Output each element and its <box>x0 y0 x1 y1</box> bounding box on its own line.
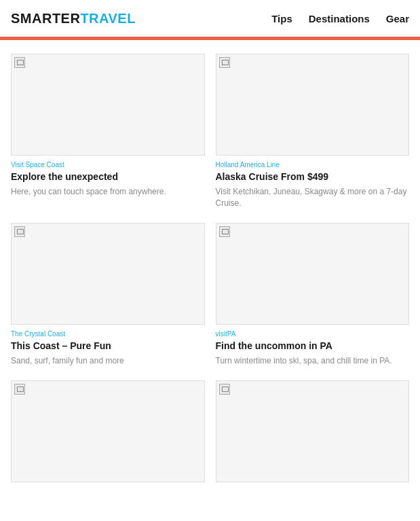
nav-tips[interactable]: Tips <box>271 13 292 24</box>
ad-card[interactable]: Visit Space CoastExplore the unexpectedH… <box>11 54 205 209</box>
ad-card[interactable]: visitPAFind the uncommon in PATurn winte… <box>216 223 410 367</box>
ad-card[interactable]: The Crystal CoastThis Coast – Pure FunSa… <box>11 223 205 367</box>
ad-image <box>11 54 205 156</box>
ad-description: Turn wintertime into ski, spa, and chill… <box>216 355 410 367</box>
ad-image <box>11 223 205 325</box>
ad-source: The Crystal Coast <box>11 330 205 338</box>
main-nav: Tips Destinations Gear <box>271 13 409 24</box>
ad-title: Explore the unexpected <box>11 170 205 183</box>
ad-image <box>216 380 410 482</box>
ad-image <box>216 54 410 156</box>
ad-title: This Coast – Pure Fun <box>11 340 205 352</box>
logo-travel: TRAVEL <box>80 11 136 26</box>
ad-description: Here, you can touch space from anywhere. <box>11 186 205 198</box>
site-header: SMARTERTRAVEL Tips Destinations Gear <box>0 0 420 37</box>
ad-image <box>11 380 205 482</box>
main-content: Visit Space CoastExplore the unexpectedH… <box>0 40 420 501</box>
nav-destinations[interactable]: Destinations <box>309 13 370 24</box>
site-logo[interactable]: SMARTERTRAVEL <box>11 11 136 26</box>
ad-card[interactable] <box>216 380 410 488</box>
broken-image-icon <box>219 57 230 68</box>
nav-gear[interactable]: Gear <box>386 13 409 24</box>
broken-image-icon <box>14 226 25 237</box>
broken-image-icon <box>219 226 230 237</box>
ad-card[interactable] <box>11 380 205 488</box>
ad-title: Find the uncommon in PA <box>216 340 410 352</box>
ad-description: Sand, surf, family fun and more <box>11 355 205 367</box>
ad-source: visitPA <box>216 330 410 338</box>
ad-source: Visit Space Coast <box>11 161 205 168</box>
broken-image-icon <box>14 57 25 68</box>
ad-description: Visit Ketchikan, Juneau, Skagway & more … <box>216 186 410 209</box>
logo-smarter: SMARTER <box>11 11 80 26</box>
ad-title: Alaska Cruise From $499 <box>216 170 410 183</box>
broken-image-icon <box>14 384 25 395</box>
ad-image <box>216 223 410 325</box>
broken-image-icon <box>219 384 230 395</box>
ad-source: Holland America Line <box>216 161 410 168</box>
ad-card[interactable]: Holland America LineAlaska Cruise From $… <box>216 54 410 209</box>
ad-grid: Visit Space CoastExplore the unexpectedH… <box>11 54 409 488</box>
